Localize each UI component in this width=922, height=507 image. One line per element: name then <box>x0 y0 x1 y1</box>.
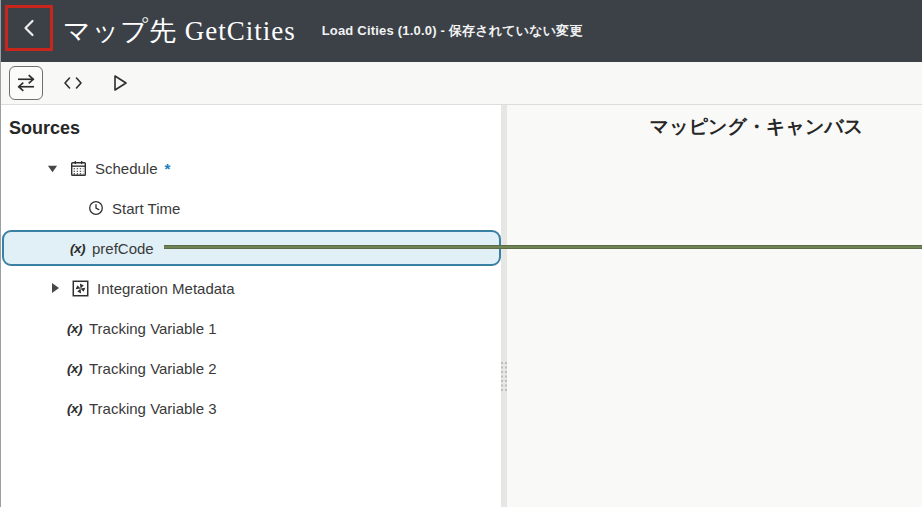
mapping-canvas[interactable]: マッピング・キャンバス <box>507 105 922 507</box>
variable-icon: (x) <box>70 241 85 256</box>
tree-node-integration-metadata[interactable]: Integration Metadata <box>1 268 501 308</box>
tree-node-label: Integration Metadata <box>97 280 235 297</box>
back-chevron-icon <box>18 16 40 40</box>
variable-icon: (x) <box>67 361 82 376</box>
clock-icon <box>88 200 104 216</box>
sources-tree: Schedule * Start Time (x) prefCode <box>1 148 501 428</box>
calendar-icon <box>70 160 87 177</box>
mapper-window: マップ先 GetCities Load Cities (1.0.0) - 保存さ… <box>0 0 922 507</box>
back-button[interactable] <box>8 8 50 48</box>
tree-node-label: Start Time <box>112 200 180 217</box>
tree-node-start-time[interactable]: Start Time <box>1 188 501 228</box>
mapper-content: Sources <box>1 105 922 507</box>
swap-arrows-icon <box>15 72 37 94</box>
tree-node-schedule[interactable]: Schedule * <box>1 148 501 188</box>
tree-node-prefcode-selected[interactable]: (x) prefCode <box>2 230 501 266</box>
panel-resizer[interactable] <box>501 105 507 507</box>
code-view-button[interactable] <box>56 66 90 100</box>
test-mapper-button[interactable] <box>103 66 137 100</box>
integration-status-text: Load Cities (1.0.0) - 保存されていない変更 <box>322 22 583 40</box>
tree-node-label: Schedule <box>95 160 158 177</box>
tree-node-label: Tracking Variable 1 <box>89 320 217 337</box>
page-title: マップ先 GetCities <box>63 13 296 49</box>
play-icon <box>110 72 130 94</box>
canvas-title: マッピング・キャンバス <box>549 105 922 140</box>
variable-icon: (x) <box>67 321 82 336</box>
tree-node-tracking-variable-3[interactable]: (x) Tracking Variable 3 <box>1 388 501 428</box>
variable-icon: (x) <box>67 401 82 416</box>
code-brackets-icon <box>62 73 84 93</box>
tree-node-tracking-variable-1[interactable]: (x) Tracking Variable 1 <box>1 308 501 348</box>
caret-right-icon[interactable] <box>51 282 62 294</box>
tree-node-label: prefCode <box>92 240 154 257</box>
required-marker: * <box>165 160 171 177</box>
tree-node-label: Tracking Variable 3 <box>89 400 217 417</box>
caret-down-icon[interactable] <box>47 163 58 174</box>
annotation-highlight-box <box>5 5 53 51</box>
tree-node-label: Tracking Variable 2 <box>89 360 217 377</box>
tree-node-tracking-variable-2[interactable]: (x) Tracking Variable 2 <box>1 348 501 388</box>
toggle-view-button[interactable] <box>9 66 43 100</box>
drag-handle-dots <box>501 362 507 392</box>
sources-panel: Sources <box>1 105 501 507</box>
sources-heading: Sources <box>1 105 501 148</box>
app-header: マップ先 GetCities Load Cities (1.0.0) - 保存さ… <box>1 0 922 62</box>
metadata-icon <box>72 280 89 297</box>
mapper-toolbar <box>1 62 922 105</box>
